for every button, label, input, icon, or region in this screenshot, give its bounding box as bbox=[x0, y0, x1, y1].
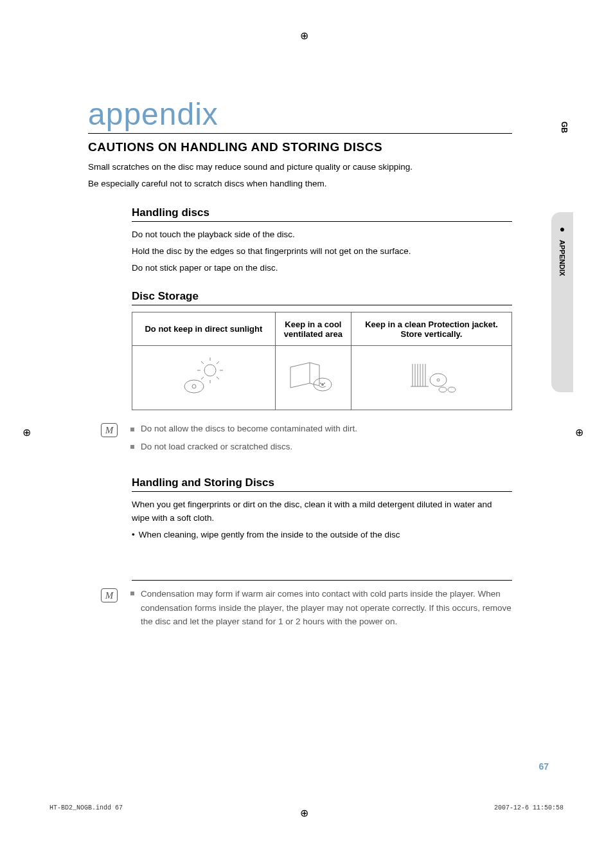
svg-point-0 bbox=[204, 365, 216, 376]
page-number: 67 bbox=[538, 761, 549, 772]
storage-section: Disc Storage Do not keep in direct sunli… bbox=[132, 290, 512, 457]
svg-line-6 bbox=[217, 361, 219, 364]
storage-illustration-sunlight bbox=[132, 346, 276, 410]
handling-storing-section: Handling and Storing Discs When you get … bbox=[132, 476, 512, 633]
cabinet-disc-icon bbox=[284, 390, 342, 397]
storage-cell-jacket-header: Keep in a clean Protection jacket. Store… bbox=[351, 312, 512, 346]
handling-line-2: Hold the disc by the edges so that finge… bbox=[132, 245, 512, 258]
note-block-2: M Condensation may form if warm air come… bbox=[101, 587, 512, 633]
storage-cell-sunlight-header: Do not keep in direct sunlight bbox=[132, 312, 276, 346]
footer-timestamp: 2007-12-6 11:50:58 bbox=[494, 804, 564, 811]
svg-point-23 bbox=[437, 379, 440, 381]
handling-storing-heading: Handling and Storing Discs bbox=[132, 476, 512, 492]
handling-heading: Handling discs bbox=[132, 206, 512, 222]
bullet-dot-icon: • bbox=[132, 529, 135, 541]
note-icon: M bbox=[101, 423, 118, 437]
bullet-icon bbox=[130, 592, 134, 595]
svg-line-5 bbox=[201, 361, 204, 364]
svg-line-8 bbox=[217, 377, 219, 379]
note-icon: M bbox=[101, 588, 118, 602]
sun-disc-icon bbox=[175, 390, 233, 397]
table-row bbox=[132, 346, 512, 410]
svg-point-12 bbox=[321, 383, 324, 386]
svg-point-13 bbox=[320, 383, 321, 384]
page-title: appendix bbox=[88, 96, 512, 132]
note-items: Do not allow the discs to become contami… bbox=[130, 422, 357, 457]
svg-line-7 bbox=[201, 377, 204, 379]
registration-mark-right: ⊕ bbox=[575, 426, 583, 439]
intro-line-1: Small scratches on the disc may reduce s… bbox=[88, 161, 512, 174]
note1-item2: Do not load cracked or scratched discs. bbox=[141, 442, 292, 451]
svg-point-25 bbox=[448, 387, 456, 392]
svg-point-10 bbox=[192, 384, 196, 388]
main-heading: CAUTIONS ON HANDLING AND STORING DISCS bbox=[88, 140, 512, 154]
svg-point-14 bbox=[324, 383, 325, 384]
storage-illustration-jacket bbox=[351, 346, 512, 410]
page-frame: appendix CAUTIONS ON HANDLING AND STORIN… bbox=[49, 35, 564, 833]
registration-mark-left: ⊕ bbox=[22, 426, 31, 439]
storage-illustration-cool bbox=[275, 346, 351, 410]
svg-point-22 bbox=[430, 374, 447, 386]
storage-heading: Disc Storage bbox=[132, 290, 512, 305]
bullet-list: • When cleaning, wipe gently from the in… bbox=[132, 529, 512, 541]
note1-item1: Do not allow the discs to become contami… bbox=[141, 424, 357, 433]
svg-point-24 bbox=[439, 387, 447, 392]
intro-line-2: Be especially careful not to scratch dis… bbox=[88, 177, 512, 190]
footer-file-info: HT-BD2_NOGB.indd 67 bbox=[49, 804, 123, 811]
note-items: Condensation may form if warm air comes … bbox=[130, 587, 512, 633]
handling-line-1: Do not touch the playback side of the di… bbox=[132, 228, 512, 241]
table-row: Do not keep in direct sunlight Keep in a… bbox=[132, 312, 512, 346]
bullet-icon bbox=[130, 445, 134, 449]
svg-point-9 bbox=[184, 380, 204, 393]
main-content: appendix CAUTIONS ON HANDLING AND STORIN… bbox=[88, 96, 512, 633]
title-rule bbox=[88, 133, 512, 134]
storage-table: Do not keep in direct sunlight Keep in a… bbox=[132, 312, 512, 410]
handling-line-3: Do not stick paper or tape on the disc. bbox=[132, 262, 512, 275]
cleaning-bullet: When cleaning, wipe gently from the insi… bbox=[139, 529, 400, 541]
handling-section: Handling discs Do not touch the playback… bbox=[132, 206, 512, 275]
handling-storing-p1: When you get fingerprints or dirt on the… bbox=[132, 498, 512, 525]
note-block-1: M Do not allow the discs to become conta… bbox=[101, 422, 512, 457]
bullet-icon bbox=[130, 428, 134, 431]
note2-rule bbox=[132, 580, 512, 581]
note2-text: Condensation may form if warm air comes … bbox=[141, 587, 512, 629]
shelf-disc-icon bbox=[403, 390, 461, 397]
storage-cell-cool-header: Keep in a cool ventilated area bbox=[275, 312, 351, 346]
